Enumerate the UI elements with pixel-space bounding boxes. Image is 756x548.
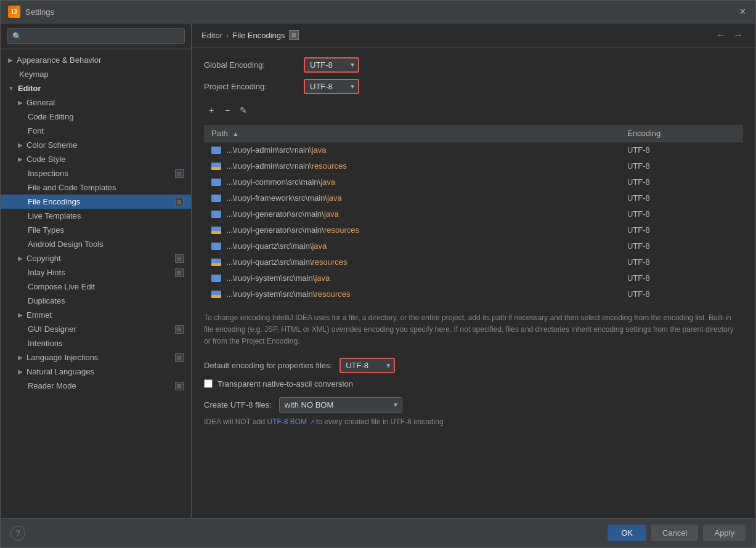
sidebar-item-reader-mode[interactable]: Reader Mode ⊞ [1, 379, 191, 393]
path-text: ...\ruoyi-system\src\main\resources [226, 289, 351, 299]
path-text: ...\ruoyi-quartz\src\main\java [226, 241, 327, 251]
sidebar-item-label: Inspections [28, 169, 68, 178]
table-row[interactable]: ...\ruoyi-common\src\main\javaUTF-8 [204, 174, 743, 190]
dialog-body: 🔍 ▶ Appearance & Behavior Keymap ▼ [1, 23, 755, 518]
search-input[interactable] [25, 31, 179, 41]
sidebar-item-language-injections[interactable]: ▶ Language Injections ⊞ [1, 350, 191, 365]
sidebar-item-font[interactable]: Font [1, 124, 191, 138]
encoding-cell: UTF-8 [620, 206, 743, 222]
sidebar-item-label: Compose Live Edit [28, 282, 95, 291]
table-row[interactable]: ...\ruoyi-generator\src\main\javaUTF-8 [204, 206, 743, 222]
table-row[interactable]: ...\ruoyi-quartz\src\main\resourcesUTF-8 [204, 254, 743, 270]
content-area: Global Encoding: UTF-8 ▼ Project Encodin… [192, 47, 755, 518]
search-wrap[interactable]: 🔍 [7, 28, 185, 44]
sidebar-item-inspections[interactable]: Inspections ⊞ [1, 166, 191, 180]
sidebar-item-label: Inlay Hints [28, 268, 65, 277]
back-button[interactable]: ← [713, 30, 728, 41]
expand-arrow-icon: ▶ [8, 57, 13, 63]
create-utf8-select[interactable]: with NO BOM with BOM with BOM (always) [279, 397, 402, 413]
sidebar-item-android-design[interactable]: Android Design Tools [1, 237, 191, 251]
search-bar: 🔍 [1, 23, 191, 49]
table-row[interactable]: ...\ruoyi-admin\src\main\resourcesUTF-8 [204, 158, 743, 174]
encoding-cell: UTF-8 [620, 286, 743, 302]
encoding-cell: UTF-8 [620, 190, 743, 206]
sidebar-item-copyright[interactable]: ▶ Copyright ⊞ [1, 251, 191, 265]
sidebar-item-inlay-hints[interactable]: Inlay Hints ⊞ [1, 265, 191, 280]
sidebar-item-color-scheme[interactable]: ▶ Color Scheme [1, 138, 191, 152]
add-button[interactable]: + [204, 103, 219, 118]
project-encoding-select[interactable]: UTF-8 [304, 79, 359, 94]
sidebar-item-live-templates[interactable]: Live Templates [1, 209, 191, 223]
settings-indicator-icon: ⊞ [175, 382, 184, 390]
path-text: ...\ruoyi-generator\src\main\java [226, 209, 339, 219]
breadcrumb-settings-icon[interactable]: ⊞ [289, 30, 299, 40]
sidebar-item-compose-live-edit[interactable]: Compose Live Edit [1, 280, 191, 294]
table-row[interactable]: ...\ruoyi-system\src\main\resourcesUTF-8 [204, 286, 743, 302]
sidebar-item-gui-designer[interactable]: GUI Designer ⊞ [1, 322, 191, 336]
utf8-bom-link[interactable]: UTF-8 BOM [267, 417, 307, 426]
sidebar-item-intentions[interactable]: Intentions [1, 336, 191, 350]
sidebar-item-natural-languages[interactable]: ▶ Natural Languages [1, 365, 191, 379]
breadcrumb-bar: Editor › File Encodings ⊞ ← → [192, 23, 755, 47]
sidebar-item-label: Keymap [19, 70, 49, 79]
sidebar-item-label: Color Scheme [26, 140, 77, 150]
forward-button[interactable]: → [731, 30, 746, 41]
info-text: To change encoding IntelliJ IDEA uses fo… [204, 312, 734, 348]
sidebar-item-label: Android Design Tools [28, 240, 104, 249]
cancel-button[interactable]: Cancel [651, 525, 698, 541]
expand-arrow-icon: ▶ [18, 312, 23, 318]
sidebar-item-file-encodings[interactable]: File Encodings ⊞ [1, 195, 191, 209]
sidebar-item-code-editing[interactable]: Code Editing [1, 110, 191, 124]
sidebar-item-label: Code Style [26, 155, 66, 164]
settings-indicator-icon: ⊞ [175, 353, 184, 362]
sidebar-item-duplicates[interactable]: Duplicates [1, 294, 191, 308]
folder-icon [211, 195, 221, 202]
encoding-cell: UTF-8 [620, 222, 743, 238]
column-path: Path ▲ [204, 125, 620, 142]
sidebar-item-editor[interactable]: ▼ Editor [1, 81, 191, 95]
sidebar-item-label: File Encodings [28, 197, 80, 206]
global-encoding-select[interactable]: UTF-8 [304, 57, 359, 73]
sidebar-item-label: Font [28, 126, 44, 135]
table-row[interactable]: ...\ruoyi-quartz\src\main\javaUTF-8 [204, 238, 743, 254]
sidebar-item-file-code-templates[interactable]: File and Code Templates [1, 180, 191, 195]
footer-left: ? [10, 526, 25, 541]
create-utf8-label: Create UTF-8 files: [204, 400, 272, 409]
table-row[interactable]: ...\ruoyi-framework\src\main\javaUTF-8 [204, 190, 743, 206]
remove-button[interactable]: − [220, 103, 235, 118]
settings-indicator-icon: ⊞ [175, 198, 184, 206]
apply-button[interactable]: Apply [703, 525, 746, 541]
sidebar-item-file-types[interactable]: File Types [1, 223, 191, 237]
ok-button[interactable]: OK [608, 525, 646, 541]
encoding-cell: UTF-8 [620, 238, 743, 254]
default-encoding-select[interactable]: UTF-8 [339, 358, 395, 373]
table-row[interactable]: ...\ruoyi-generator\src\main\resourcesUT… [204, 222, 743, 238]
create-utf8-select-wrap: with NO BOM with BOM with BOM (always) ▼ [279, 397, 402, 413]
settings-dialog: IJ Settings × 🔍 ▶ Appearance & Behavior [0, 0, 756, 548]
close-button[interactable]: × [738, 6, 748, 17]
project-encoding-row: Project Encoding: UTF-8 ▼ [204, 79, 743, 94]
sidebar-item-appearance[interactable]: ▶ Appearance & Behavior [1, 53, 191, 67]
encoding-cell: UTF-8 [620, 254, 743, 270]
sidebar-item-keymap[interactable]: Keymap [1, 67, 191, 81]
edit-button[interactable]: ✎ [236, 103, 251, 118]
breadcrumb-parent: Editor [201, 31, 222, 40]
transparent-checkbox[interactable] [204, 379, 213, 388]
sidebar-item-general[interactable]: ▶ General [1, 95, 191, 110]
settings-indicator-icon: ⊞ [175, 169, 184, 178]
folder-icon [211, 211, 221, 218]
sidebar-item-label: Copyright [26, 254, 61, 263]
title-bar: IJ Settings × [1, 1, 755, 23]
table-row[interactable]: ...\ruoyi-system\src\main\javaUTF-8 [204, 270, 743, 286]
default-encoding-row: Default encoding for properties files: U… [204, 358, 743, 373]
sidebar-item-code-style[interactable]: ▶ Code Style [1, 152, 191, 166]
transparent-checkbox-row: Transparent native-to-ascii conversion [204, 379, 743, 389]
idea-note: IDEA will NOT add UTF-8 BOM ↗ to every c… [204, 417, 743, 426]
expand-arrow-icon: ▶ [18, 354, 23, 361]
help-button[interactable]: ? [10, 526, 25, 541]
sidebar-item-emmet[interactable]: ▶ Emmet [1, 308, 191, 322]
table-row[interactable]: ...\ruoyi-admin\src\main\javaUTF-8 [204, 142, 743, 158]
transparent-checkbox-label[interactable]: Transparent native-to-ascii conversion [217, 379, 353, 389]
folder-icon [211, 227, 221, 234]
create-utf8-row: Create UTF-8 files: with NO BOM with BOM… [204, 397, 743, 413]
